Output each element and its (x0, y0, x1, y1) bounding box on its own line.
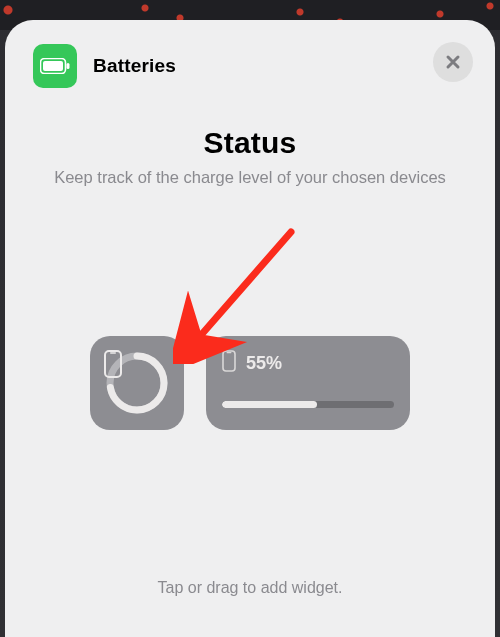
page-subtitle: Keep track of the charge level of your c… (45, 166, 455, 188)
add-widget-sheet: Batteries Status Keep track of the charg… (5, 20, 495, 637)
batteries-app-icon (33, 44, 77, 88)
svg-rect-5 (105, 351, 121, 377)
sheet-header: Batteries (5, 20, 495, 88)
widget-options-row: 55% (5, 336, 495, 430)
battery-percent-label: 55% (246, 353, 282, 374)
svg-rect-8 (227, 352, 232, 353)
phone-icon (222, 350, 236, 376)
svg-rect-6 (110, 352, 116, 354)
page-title: Status (45, 126, 455, 160)
close-icon (445, 54, 461, 70)
wide-widget-header: 55% (222, 350, 394, 376)
battery-ring-gauge (104, 350, 170, 416)
phone-icon (104, 350, 170, 416)
battery-progress-bar (222, 401, 394, 408)
widget-option-wide-bar[interactable]: 55% (206, 336, 410, 430)
svg-rect-2 (67, 63, 70, 69)
title-block: Status Keep track of the charge level of… (5, 126, 495, 188)
close-button[interactable] (433, 42, 473, 82)
svg-rect-1 (43, 61, 63, 71)
battery-full-icon (40, 58, 70, 74)
battery-progress-fill (222, 401, 317, 408)
widget-option-small-ring[interactable] (90, 336, 184, 430)
add-widget-hint: Tap or drag to add widget. (5, 579, 495, 597)
app-name-label: Batteries (93, 55, 176, 77)
svg-rect-7 (223, 351, 235, 371)
